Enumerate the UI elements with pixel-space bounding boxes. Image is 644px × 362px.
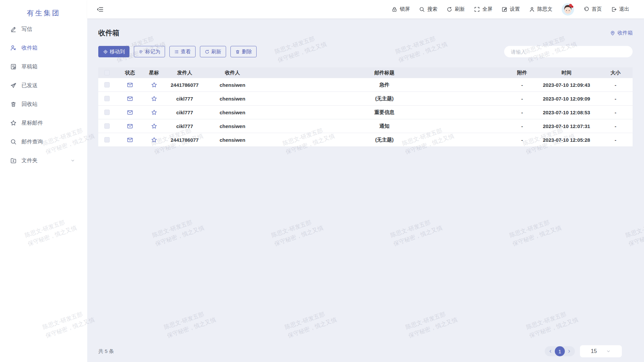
col-header-status: 状态 [116,70,144,76]
prev-page-button[interactable] [547,348,554,355]
row-checkbox[interactable] [104,82,110,87]
cell-time: 2023-07-10 12:09:09 [535,96,598,102]
move-to-button[interactable]: 移动到 [98,46,129,57]
col-header-attachment: 附件 [509,70,535,76]
home-button[interactable]: 首页 [583,6,602,12]
lock-screen-label: 锁屏 [400,6,410,12]
star-icon [10,120,17,126]
next-page-button[interactable] [566,348,573,355]
star-icon[interactable] [151,96,157,102]
sidebar-item-inbox[interactable]: 收件箱 [0,39,87,57]
folder-plus-icon [10,157,17,164]
home-label: 首页 [592,6,602,12]
draft-icon [10,63,17,70]
logout-button[interactable]: 退出 [611,6,629,12]
list-icon [174,49,179,54]
refresh-icon [446,6,452,12]
table-row[interactable]: cikl777 chensiwen 通知 - 2023-07-10 12:07:… [98,119,633,133]
table-body: 2441786077 chensiwen 急件 - 2023-07-10 12:… [98,78,633,147]
sidebar-collapse-icon[interactable] [97,6,104,13]
user-icon [529,6,535,12]
refresh-list-label: 刷新 [211,49,221,55]
total-count: 共 5 条 [98,348,114,355]
cell-subject: (无主题) [259,137,509,143]
cell-subject: 通知 [259,123,509,129]
cell-recipient: chensiwen [206,137,259,143]
page-size-select[interactable]: 15 [580,345,622,357]
star-icon[interactable] [151,109,157,116]
cell-attachment: - [509,123,535,129]
envelope-icon [127,82,133,88]
row-checkbox[interactable] [104,123,110,129]
cell-time: 2023-07-10 12:07:31 [535,123,598,129]
table-row[interactable]: cikl777 chensiwen (无主题) - 2023-07-10 12:… [98,92,633,106]
sidebar-item-compose[interactable]: 写信 [0,20,87,39]
sidebar-item-label: 收件箱 [21,45,38,52]
pagination: 1 [545,346,575,356]
footer: 共 5 条 1 15 [87,345,644,357]
move-diamond-icon [103,49,108,54]
topbar: 锁屏 搜索 刷新 全屏 设置 陈思文 首页 [87,0,644,18]
settings-button[interactable]: 设置 [501,6,520,12]
table-row[interactable]: 2441786077 chensiwen 急件 - 2023-07-10 12:… [98,78,633,92]
row-checkbox[interactable] [104,110,110,115]
row-checkbox[interactable] [104,137,110,142]
page-number-button[interactable]: 1 [555,346,565,356]
fullscreen-button[interactable]: 全屏 [474,6,492,12]
cell-time: 2023-07-10 12:08:53 [535,110,598,115]
app-logo: 有生集团 [0,6,87,20]
logout-icon [611,6,617,12]
filter-input[interactable] [504,46,633,57]
refresh-button[interactable]: 刷新 [446,6,465,12]
col-header-sender: 发件人 [164,70,206,76]
cell-sender: 2441786077 [164,137,206,143]
mark-as-label: 标记为 [145,49,160,55]
delete-button[interactable]: 删除 [230,46,257,57]
cell-attachment: - [509,110,535,115]
star-icon[interactable] [151,123,157,129]
star-icon[interactable] [151,137,157,143]
sidebar-item-starred[interactable]: 星标邮件 [0,114,87,132]
sidebar-item-trash[interactable]: 回收站 [0,95,87,114]
lock-screen-button[interactable]: 锁屏 [391,6,410,12]
sidebar-item-label: 邮件查询 [21,138,43,145]
edit-square-icon [501,6,507,12]
sidebar-item-drafts[interactable]: 草稿箱 [0,57,87,76]
inbox-person-icon [10,45,17,51]
search-button[interactable]: 搜索 [419,6,437,12]
table-row[interactable]: 2441786077 chensiwen (无主题) - 2023-07-10 … [98,133,633,147]
cell-size: - [598,96,633,102]
envelope-icon [127,123,133,129]
select-all-checkbox[interactable] [104,70,110,75]
location-pin-icon [610,30,615,36]
sidebar-item-mail-search[interactable]: 邮件查询 [0,132,87,151]
cell-size: - [598,110,633,115]
lock-icon [391,6,397,12]
cell-attachment: - [509,96,535,102]
avatar[interactable] [561,3,574,16]
col-header-recipient: 收件人 [206,70,259,76]
row-checkbox[interactable] [104,96,110,101]
view-button[interactable]: 查看 [169,46,196,57]
cell-sender: cikl777 [164,110,206,115]
page-size-value: 15 [591,348,597,354]
mark-as-button[interactable]: 标记为 [134,46,165,57]
col-header-star: 星标 [144,70,164,76]
sidebar-item-folders[interactable]: 文件夹 [0,151,87,170]
pencil-icon [10,26,17,33]
user-menu[interactable]: 陈思文 [529,6,552,12]
breadcrumb-label: 收件箱 [618,30,633,36]
envelope-icon [127,109,133,116]
sidebar-item-sent[interactable]: 已发送 [0,76,87,95]
cell-recipient: chensiwen [206,96,259,102]
table-row[interactable]: cikl777 chensiwen 重要信息 - 2023-07-10 12:0… [98,106,633,119]
cell-attachment: - [509,137,535,143]
send-icon [10,82,17,89]
star-icon[interactable] [151,82,157,88]
cell-sender: cikl777 [164,96,206,102]
cell-subject: 急件 [259,82,509,88]
cell-subject: (无主题) [259,96,509,102]
sidebar-item-label: 文件夹 [21,157,38,164]
refresh-list-button[interactable]: 刷新 [200,46,226,57]
settings-label: 设置 [510,6,520,12]
